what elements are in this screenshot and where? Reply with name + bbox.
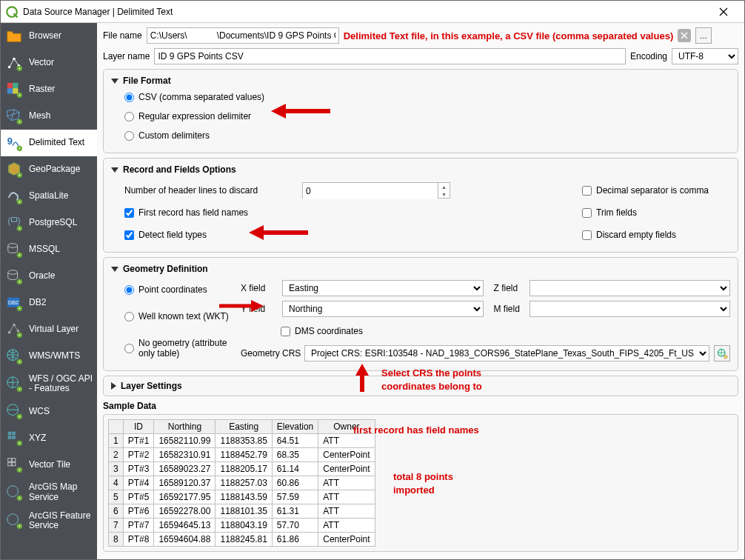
sidebar-item-wfs[interactable]: + WFS / OGC API - Features [1,370,97,398]
y-field-label: Y field [241,304,278,314]
sidebar-item-oracle[interactable]: + Oracle [1,263,97,290]
layer-settings-toggle[interactable]: Layer Settings [111,381,730,391]
svg-text:+: + [18,306,21,311]
table-row[interactable]: 8PT#816594604.881188245.8161.86CenterPoi… [109,533,375,547]
sidebar-item-raster[interactable]: + Raster [1,76,97,103]
geometry-definition-toggle[interactable]: Geometry Definition [111,264,730,274]
table-row[interactable]: 1PT#116582110.991188353.8564.51ATT [109,434,375,448]
column-header[interactable]: ID [123,420,154,434]
svg-rect-54 [12,459,16,462]
sidebar-item-xyz[interactable]: + XYZ [1,424,97,451]
z-field-select[interactable] [529,280,731,296]
svg-text:+: + [18,199,21,204]
sidebar-item-mesh[interactable]: + Mesh [1,103,97,130]
svg-rect-9 [13,88,18,93]
encoding-select[interactable]: UTF-8 [672,48,738,64]
x-field-select[interactable]: Easting [282,280,484,296]
column-header[interactable]: Northing [154,420,216,434]
svg-text:+: + [18,66,21,71]
delimited-text-icon: 9+ [5,134,23,152]
spin-up[interactable]: ▲ [438,183,450,190]
svg-point-23 [8,244,18,248]
record-fields-group: Record and Fields Options Number of head… [103,158,738,253]
m-field-select[interactable] [529,301,731,317]
postgresql-icon: + [5,214,23,232]
header-lines-input[interactable] [303,183,438,199]
sidebar-item-arcgis-map[interactable]: + ArcGIS Map Service [1,478,97,506]
file-name-input[interactable] [147,27,339,44]
close-button[interactable] [706,1,740,22]
svg-text:+: + [18,226,21,231]
file-name-row: File name Delimited Text file, in this e… [103,27,738,44]
svg-rect-48 [12,432,16,436]
header-lines-label: Number of header lines to discard [124,185,273,196]
table-row[interactable]: 2PT#216582310.911188452.7968.35CenterPoi… [109,448,375,462]
decimal-comma-checkbox[interactable] [582,186,592,196]
sidebar-item-db2[interactable]: DB2+ DB2 [1,290,97,316]
crs-select[interactable]: Project CRS: ESRI:103548 - NAD_1983_CORS… [304,345,709,361]
chevron-right-icon [111,382,116,390]
wkt-radio[interactable] [124,312,134,321]
table-row[interactable]: 3PT#316589023.271188205.1761.14CenterPoi… [109,462,375,476]
svg-rect-53 [8,459,12,462]
raster-icon: + [5,81,23,99]
trim-fields-checkbox[interactable] [582,208,592,218]
point-coords-radio[interactable] [124,285,134,295]
file-format-toggle[interactable]: File Format [111,76,730,86]
sidebar-item-browser[interactable]: Browser [1,23,97,50]
no-geom-radio[interactable] [124,344,134,353]
sidebar-item-wms[interactable]: + WMS/WMTS [1,343,97,370]
layer-name-input[interactable] [154,48,626,64]
sidebar: Browser + Vector + Raster + Mesh 9+ Deli… [1,23,97,559]
sidebar-item-geopackage[interactable]: + GeoPackage [1,156,97,183]
sidebar-item-arcgis-feature[interactable]: + ArcGIS Feature Service [1,507,97,535]
svg-rect-8 [7,88,13,93]
discard-empty-checkbox[interactable] [582,230,592,240]
window-title: Data Source Manager | Delimited Text [23,7,706,17]
sidebar-item-delimited-text[interactable]: 9+ Delimited Text [1,130,97,156]
chevron-down-icon [111,79,118,84]
sidebar-item-spatialite[interactable]: + SpatiaLite [1,183,97,210]
table-row[interactable]: 6PT#616592278.001188101.3561.31ATT [109,504,375,519]
xyz-icon: + [5,429,23,447]
sample-data-table: IDNorthingEastingElevationOwner 1PT#1165… [108,419,375,547]
y-field-select[interactable]: Northing [282,301,484,317]
first-record-checkbox[interactable] [124,208,134,218]
csv-radio[interactable] [124,93,134,102]
mssql-icon: + [5,241,23,259]
content: File name Delimited Text file, in this e… [97,23,744,559]
dms-checkbox[interactable] [281,327,290,336]
db2-icon: DB2+ [5,294,23,312]
record-fields-toggle[interactable]: Record and Fields Options [111,164,730,175]
sidebar-item-vector-tile[interactable]: + Vector Tile [1,451,97,478]
svg-rect-49 [8,436,12,440]
regex-radio-label: Regular expression delimiter [138,111,251,121]
regex-radio[interactable] [124,112,134,121]
column-header[interactable]: Easting [216,420,272,434]
sidebar-item-postgresql[interactable]: + PostgreSQL [1,210,97,236]
detect-types-checkbox[interactable] [124,230,134,240]
qgis-icon [5,5,19,19]
sidebar-item-wcs[interactable]: + WCS [1,398,97,424]
column-header[interactable]: Owner [318,420,375,434]
table-row[interactable]: 4PT#416589120.371188257.0360.86ATT [109,476,375,490]
svg-text:+: + [18,467,21,473]
sidebar-item-vector[interactable]: + Vector [1,50,97,76]
clear-file-button[interactable] [678,29,691,42]
spin-down[interactable]: ▼ [438,190,450,198]
svg-rect-56 [12,463,16,467]
svg-text:+: + [18,253,21,258]
table-row[interactable]: 7PT#716594645.131188043.1957.70ATT [109,519,375,533]
svg-text:+: + [18,146,21,151]
table-row[interactable]: 5PT#516592177.951188143.5957.59ATT [109,490,375,504]
svg-rect-7 [13,83,18,88]
layer-name-label: Layer name [103,51,150,61]
header-lines-spinner[interactable]: ▲▼ [302,182,450,199]
crs-picker-button[interactable] [714,345,730,361]
sidebar-item-mssql[interactable]: + MSSQL [1,236,97,263]
custom-radio[interactable] [124,131,134,141]
wfs-icon: + [5,375,23,393]
column-header[interactable]: Elevation [272,420,318,434]
sidebar-item-virtual-layer[interactable]: + Virtual Layer [1,316,97,343]
browse-file-button[interactable]: … [695,27,712,44]
